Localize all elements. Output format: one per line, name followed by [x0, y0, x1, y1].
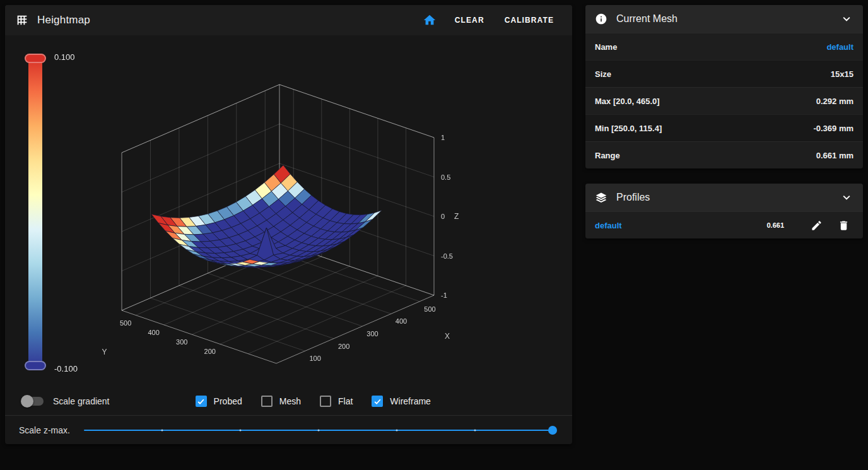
- zmax-slider[interactable]: [84, 430, 553, 431]
- scale-gradient-toggle[interactable]: Scale gradient: [23, 396, 110, 406]
- toggle-track[interactable]: [23, 397, 44, 406]
- slider-tick: [239, 429, 241, 431]
- checkbox-wireframe-label: Wireframe: [390, 396, 431, 406]
- mesh-row-label: Min [250.0, 115.4]: [595, 124, 662, 133]
- profiles-header: Profiles: [585, 184, 863, 211]
- colorbar-max-label: 0.100: [54, 52, 75, 62]
- checkbox-mesh-box: [261, 396, 273, 407]
- chevron-down-icon[interactable]: [840, 12, 853, 26]
- checkbox-probed-box: [196, 396, 207, 407]
- heightmap-header: Heightmap CLEAR CALIBRATE: [5, 5, 572, 35]
- mesh-row-size: Size 15x15: [585, 60, 863, 87]
- colorbar-min-handle[interactable]: [25, 361, 46, 370]
- heightmap-3d-plot[interactable]: [24, 35, 529, 387]
- mesh-row-value: 0.292 mm: [816, 97, 853, 106]
- checkbox-wireframe-box: [372, 396, 383, 407]
- trash-icon: [838, 220, 850, 232]
- slider-tick: [161, 429, 163, 431]
- display-controls: Scale gradient Probed Mesh Flat Wirefram…: [5, 387, 572, 415]
- zmax-slider-row: Scale z-max.: [5, 415, 572, 444]
- profile-actions: [807, 216, 853, 235]
- slider-tick: [317, 429, 319, 431]
- checkbox-flat[interactable]: Flat: [320, 396, 353, 407]
- mesh-row-label: Max [20.0, 465.0]: [595, 97, 660, 106]
- checkbox-wireframe[interactable]: Wireframe: [372, 396, 431, 407]
- mesh-row-label: Size: [595, 69, 611, 79]
- heightmap-plot-area: 0.100 -0.100: [5, 35, 572, 387]
- checkbox-mesh[interactable]: Mesh: [261, 396, 301, 407]
- slider-tick: [474, 429, 476, 431]
- current-mesh-header: Current Mesh: [585, 5, 863, 33]
- mesh-row-value: 0.661 mm: [816, 151, 853, 160]
- calibrate-button[interactable]: CALIBRATE: [496, 10, 562, 30]
- info-icon: [595, 13, 607, 25]
- heightmap-panel: Heightmap CLEAR CALIBRATE 0.100 -0.100 S…: [5, 5, 572, 444]
- mesh-row-value: default: [826, 42, 853, 52]
- mesh-row-label: Range: [595, 151, 620, 160]
- current-mesh-title: Current Mesh: [616, 13, 677, 25]
- home-button[interactable]: [416, 9, 443, 31]
- profile-range-value: 0.661: [766, 221, 784, 229]
- clear-button[interactable]: CLEAR: [447, 10, 493, 30]
- colorbar-min-label: -0.100: [54, 364, 78, 373]
- mesh-row-name: Name default: [585, 33, 863, 60]
- zmax-slider-label: Scale z-max.: [19, 425, 70, 435]
- checkbox-flat-box: [320, 396, 331, 407]
- checkbox-probed[interactable]: Probed: [196, 396, 242, 407]
- mesh-row-value: 15x15: [831, 69, 853, 79]
- mesh-row-value: -0.369 mm: [813, 124, 853, 133]
- profiles-title: Profiles: [616, 192, 650, 203]
- mesh-row-max: Max [20.0, 465.0] 0.292 mm: [585, 87, 863, 114]
- checkbox-mesh-label: Mesh: [279, 396, 301, 406]
- mesh-row-min: Min [250.0, 115.4] -0.369 mm: [585, 114, 863, 141]
- heightmap-toolbar: CLEAR CALIBRATE: [416, 9, 562, 31]
- checkbox-probed-label: Probed: [214, 396, 242, 406]
- profiles-card: Profiles default 0.661: [585, 184, 863, 238]
- edit-profile-button[interactable]: [807, 216, 826, 235]
- colorbar-max-handle[interactable]: [25, 54, 46, 63]
- chevron-down-icon[interactable]: [840, 191, 853, 204]
- profile-list-item: default 0.661: [585, 211, 863, 238]
- mesh-row-label: Name: [595, 42, 617, 52]
- slider-tick: [396, 429, 397, 431]
- display-mode-checkboxes: Probed Mesh Flat Wireframe: [196, 396, 431, 407]
- delete-profile-button[interactable]: [834, 216, 853, 235]
- scale-gradient-label: Scale gradient: [53, 396, 110, 406]
- zmax-slider-handle[interactable]: [548, 426, 557, 435]
- profiles-icon: [595, 191, 607, 204]
- current-mesh-rows: Name default Size 15x15 Max [20.0, 465.0…: [585, 33, 863, 168]
- current-mesh-card: Current Mesh Name default Size 15x15 Max…: [585, 5, 863, 168]
- checkbox-flat-label: Flat: [338, 396, 353, 406]
- heightmap-title: Heightmap: [37, 14, 90, 26]
- mesh-row-range: Range 0.661 mm: [585, 141, 863, 168]
- profile-name-link[interactable]: default: [595, 221, 622, 230]
- grid-icon: [15, 13, 29, 27]
- home-icon: [423, 13, 437, 27]
- colorbar-gradient: [28, 57, 42, 367]
- toggle-knob[interactable]: [21, 395, 33, 408]
- pencil-icon: [811, 220, 823, 232]
